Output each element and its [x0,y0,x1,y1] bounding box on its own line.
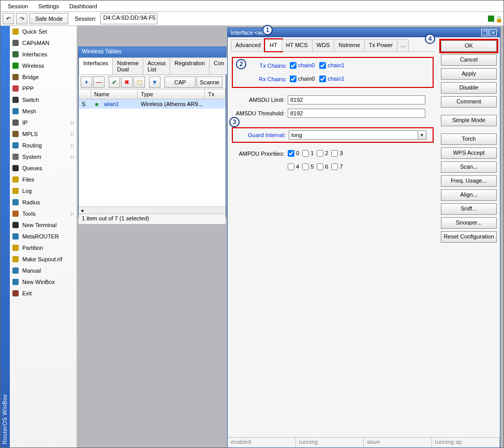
rx-chain0-checkbox[interactable]: chain0 [290,76,315,82]
sidebar-item-routing[interactable]: Routing▷ [10,140,77,151]
snooper-button[interactable]: Snooper... [441,217,497,229]
session-id[interactable]: D4:CA:6D:DD:9A:F5 [100,13,157,24]
tab-registration[interactable]: Registration [170,57,210,74]
sidebar-item-tools[interactable]: Tools▷ [10,208,77,219]
sidebar-item-switch[interactable]: Switch [10,94,77,106]
tab-access-list[interactable]: Access List [143,57,170,74]
sidebar-item-files[interactable]: Files [10,174,77,185]
ampdu-0-checkbox[interactable]: 0 [288,150,299,157]
col-type[interactable]: Type [138,89,205,99]
sidebar-item-mpls[interactable]: MPLS▷ [10,128,77,140]
wireless-tables-title[interactable]: Wireless Tables [79,47,226,57]
ampdu-label: AMPDU Priorities: [232,151,288,157]
add-button[interactable]: + [81,77,92,88]
sidebar-item-ppp[interactable]: PPP [10,83,77,94]
sidebar-item-label: PPP [22,85,34,92]
guard-interval-select[interactable] [289,130,418,140]
sidebar-item-label: Exit [22,290,32,296]
tx-chain0-checkbox[interactable]: chain0 [290,62,315,69]
filter-button[interactable]: ▼ [149,77,160,88]
tab-con[interactable]: Con [209,57,229,74]
col-name[interactable]: Name [91,89,138,99]
amsdu-limit-input[interactable] [288,95,425,104]
sidebar-item-metarouter[interactable]: MetaROUTER [10,231,77,242]
remove-button[interactable]: — [93,77,105,88]
svg-rect-16 [12,211,19,217]
sidebar-item-wireless[interactable]: Wireless [10,60,77,71]
sidebar-item-new-terminal[interactable]: New Terminal [10,219,77,231]
cancel-button[interactable]: Cancel [441,54,497,66]
ampdu-1-checkbox[interactable]: 1 [302,150,314,157]
menu-settings[interactable]: Settings [33,2,64,10]
torch-button[interactable]: Torch [441,133,497,145]
redo-button[interactable]: ↷ [16,13,27,24]
tab-tx-power[interactable]: Tx Power [364,39,397,51]
menu-dashboard[interactable]: Dashboard [64,2,102,10]
tab-wds[interactable]: WDS [312,39,335,51]
disable-button[interactable]: ✖ [121,77,132,88]
sidebar-item-make-supout-rif[interactable]: Make Supout.rif [10,253,77,265]
sidebar-item-mesh[interactable]: Mesh [10,106,77,117]
freq-usage-button[interactable]: Freq. Usage... [441,175,497,187]
col-tx[interactable]: Tx [205,89,226,99]
sidebar-item-system[interactable]: System▷ [10,151,77,162]
sidebar-item-queues[interactable]: Queues [10,162,77,174]
ampdu-5-checkbox[interactable]: 5 [302,163,314,170]
comment-button[interactable]: Comment [441,96,497,108]
ampdu-3-checkbox[interactable]: 3 [331,150,343,157]
sidebar-item-manual[interactable]: Manual [10,265,77,276]
sidebar-item-partition[interactable]: Partition [10,242,77,253]
sidebar-item-ip[interactable]: IP▷ [10,117,77,128]
close-icon[interactable]: ✕ [490,29,497,36]
chevron-down-icon[interactable]: ▾ [418,130,426,140]
ampdu-6-checkbox[interactable]: 6 [317,163,328,170]
sidebar-item-bridge[interactable]: Bridge [10,71,77,83]
sidebar-item-new-winbox[interactable]: New WinBox [10,276,77,288]
tx-chain1-checkbox[interactable]: chain1 [319,62,344,69]
sidebar-item-radius[interactable]: Radius [10,197,77,208]
interface-dialog-body: AdvancedHTHT MCSWDSNstremeTx Power... Tx… [228,37,500,437]
ampdu-2-checkbox[interactable]: 2 [317,150,328,157]
ampdu-4-checkbox[interactable]: 4 [288,163,299,170]
enable-button[interactable]: ✔ [109,77,120,88]
undo-button[interactable]: ↶ [3,13,14,24]
sidebar-item-log[interactable]: Log [10,185,77,197]
scanner-button[interactable]: Scanne [197,77,223,88]
sniff-button[interactable]: Sniff... [441,203,497,215]
simple-mode-button[interactable]: Simple Mode [441,115,497,126]
align-button[interactable]: Align... [441,189,497,201]
tab-interfaces[interactable]: Interfaces [79,57,113,74]
svg-rect-18 [12,233,19,240]
tab-ht[interactable]: HT [265,39,282,51]
disable-button[interactable]: Disable [441,82,497,94]
sidebar-item-quick-set[interactable]: Quick Set [10,26,77,37]
tab-ht-mcs[interactable]: HT MCS [281,39,313,51]
ampdu-7-checkbox[interactable]: 7 [331,163,343,170]
list-row-wlan1[interactable]: S wlan1 Wireless (Atheros AR9... [79,99,226,109]
sidebar-item-exit[interactable]: Exit [10,288,77,299]
cap-button[interactable]: CAP [165,77,196,88]
tab-advanced[interactable]: Advanced [231,39,265,51]
amsdu-threshold-input[interactable] [288,109,425,118]
restore-icon[interactable]: ❐ [481,29,488,36]
sidebar-icon [12,187,19,195]
scan-button[interactable]: Scan... [441,161,497,173]
sidebar-item-interfaces[interactable]: Interfaces [10,49,77,60]
menu-session[interactable]: Session [3,2,33,10]
svg-rect-20 [12,256,19,262]
tab-nstreme[interactable]: Nstreme [334,39,365,51]
reset-configuration-button[interactable]: Reset Configuration [441,231,497,243]
comment-button[interactable]: ▢ [134,77,145,88]
sidebar-item-capsman[interactable]: CAPsMAN [10,37,77,49]
svg-rect-21 [12,267,19,274]
rx-chain1-checkbox[interactable]: chain1 [319,76,344,82]
tab-nstreme-dual[interactable]: Nstreme Dual [112,57,143,74]
col-flag[interactable] [79,89,91,99]
ok-button[interactable]: OK [441,40,497,52]
list-hscroll[interactable]: ◂ [79,206,226,214]
safe-mode-button[interactable]: Safe Mode [29,13,68,24]
status-enabled: enabled [228,438,296,447]
tab-more[interactable]: ... [397,39,409,51]
apply-button[interactable]: Apply [441,68,497,80]
wps-accept-button[interactable]: WPS Accept [441,147,497,159]
